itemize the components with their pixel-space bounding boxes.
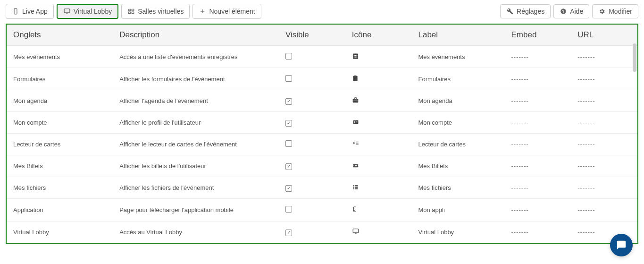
list-icon: [352, 184, 359, 192]
visible-checkbox[interactable]: [285, 185, 292, 192]
cell-icone: [345, 134, 412, 155]
help-icon: ?: [560, 8, 567, 15]
cell-label: Virtual Lobby: [411, 221, 504, 243]
header-icone[interactable]: Icône: [345, 25, 412, 46]
svg-point-24: [354, 121, 355, 122]
cell-visible: [279, 134, 345, 155]
cell-url: -------: [571, 155, 637, 177]
cell-url: -------: [571, 177, 637, 199]
cell-url: -------: [571, 90, 637, 112]
header-label[interactable]: Label: [411, 25, 504, 46]
table-row[interactable]: Mes BilletsAfficher les billets de l'uti…: [7, 155, 637, 177]
cell-label: Mes Billets: [411, 155, 504, 177]
table-row[interactable]: Mon compteAfficher le profil de l'utilis…: [7, 112, 637, 134]
cell-embed: -------: [505, 112, 571, 134]
cell-description: Afficher les fichiers de l'événement: [113, 177, 279, 199]
svg-rect-16: [356, 55, 357, 56]
svg-rect-27: [356, 142, 358, 142]
table-row[interactable]: Mes événementsAccès à une liste d'événem…: [7, 46, 637, 68]
svg-rect-31: [353, 185, 354, 186]
chat-icon: [616, 240, 627, 247]
toolbar-btn-virtual-lobby[interactable]: Virtual Lobby: [57, 4, 118, 19]
cell-label: Mes fichiers: [411, 177, 504, 199]
cell-icone: [345, 90, 412, 112]
cell-onglet: Mes Billets: [7, 155, 113, 177]
cell-embed: -------: [505, 68, 571, 90]
visible-checkbox[interactable]: [285, 230, 292, 236]
table-row[interactable]: Lecteur de cartesAfficher le lecteur de …: [7, 134, 637, 155]
gear-icon: [598, 8, 606, 15]
scrollbar[interactable]: [633, 43, 636, 72]
visible-checkbox[interactable]: [285, 120, 292, 127]
tabs-table: Onglets Description Visible Icône Label …: [7, 25, 637, 243]
plus-icon: [199, 8, 206, 15]
smartphone-icon: [12, 8, 19, 15]
toolbar-btn-label: Modifier: [609, 8, 632, 15]
svg-rect-18: [355, 57, 356, 58]
svg-rect-13: [353, 54, 358, 59]
toolbar-btn-réglages[interactable]: Réglages: [500, 4, 551, 18]
cell-url: -------: [571, 134, 637, 155]
cell-description: Afficher les formulaires de l'événement: [113, 68, 279, 90]
table-row[interactable]: Mes fichiersAfficher les fichiers de l'é…: [7, 177, 637, 199]
cell-description: Accès à une liste d'événements enregistr…: [113, 46, 279, 68]
cell-embed: -------: [505, 155, 571, 177]
cell-url: -------: [571, 112, 637, 134]
cell-label: Mon compte: [411, 112, 504, 134]
cell-description: Afficher les billets de l'utilisateur: [113, 155, 279, 177]
header-onglets[interactable]: Onglets: [7, 25, 113, 46]
ticket-icon: [352, 162, 360, 170]
table-row[interactable]: Mon agendaAfficher l'agenda de l'événeme…: [7, 90, 637, 112]
header-url[interactable]: URL: [571, 25, 637, 46]
toolbar-btn-label: Live App: [22, 8, 48, 15]
svg-rect-29: [356, 144, 358, 145]
svg-rect-21: [352, 99, 358, 102]
toolbar-btn-aide[interactable]: ?Aide: [553, 4, 589, 18]
visible-checkbox[interactable]: [285, 75, 292, 82]
visible-checkbox[interactable]: [285, 140, 292, 147]
svg-rect-32: [355, 185, 358, 186]
toolbar-btn-label: Réglages: [517, 8, 544, 15]
toolbar-btn-modifier[interactable]: Modifier: [592, 4, 638, 18]
visible-checkbox[interactable]: [285, 206, 292, 213]
id-card-icon: [352, 119, 360, 127]
table-row[interactable]: FormulairesAfficher les formulaires de l…: [7, 68, 637, 90]
cell-visible: [279, 68, 345, 90]
svg-rect-34: [355, 187, 358, 187]
toolbar-btn-nouvel-élément[interactable]: Nouvel élément: [192, 4, 261, 19]
monitor-icon: [63, 8, 71, 15]
briefcase-icon: [352, 97, 359, 105]
cell-onglet: Mes fichiers: [7, 177, 113, 199]
calendar-grid-icon: [352, 53, 359, 61]
svg-rect-35: [353, 188, 354, 189]
toolbar-btn-label: Virtual Lobby: [74, 8, 112, 15]
cell-icone: [345, 221, 412, 243]
cell-icone: [345, 46, 412, 68]
cell-description: Page pour télécharger l'application mobi…: [113, 199, 279, 221]
svg-rect-2: [64, 9, 70, 13]
svg-rect-36: [355, 188, 358, 189]
toolbar-btn-live-app[interactable]: Live App: [6, 4, 54, 19]
cell-onglet: Formulaires: [7, 68, 113, 90]
visible-checkbox[interactable]: [285, 53, 292, 60]
svg-rect-23: [353, 120, 358, 124]
header-embed[interactable]: Embed: [505, 25, 571, 46]
svg-rect-5: [128, 9, 131, 11]
svg-rect-30: [355, 165, 357, 166]
visible-checkbox[interactable]: [285, 163, 292, 170]
visible-checkbox[interactable]: [285, 98, 292, 105]
svg-rect-7: [128, 12, 131, 14]
header-description[interactable]: Description: [113, 25, 279, 46]
card-reader-icon: [352, 140, 360, 148]
cell-visible: [279, 199, 345, 221]
cell-visible: [279, 155, 345, 177]
table-row[interactable]: Virtual LobbyAccès au Virtual LobbyVirtu…: [7, 221, 637, 243]
toolbar-left: Live AppVirtual LobbySalles virtuellesNo…: [6, 4, 261, 19]
toolbar-btn-salles-virtuelles[interactable]: Salles virtuelles: [121, 4, 190, 19]
cell-visible: [279, 90, 345, 112]
cell-onglet: Mon compte: [7, 112, 113, 134]
table-row[interactable]: ApplicationPage pour télécharger l'appli…: [7, 199, 637, 221]
header-visible[interactable]: Visible: [279, 25, 345, 46]
cell-icone: [345, 199, 412, 221]
cell-label: Mes événements: [411, 46, 504, 68]
